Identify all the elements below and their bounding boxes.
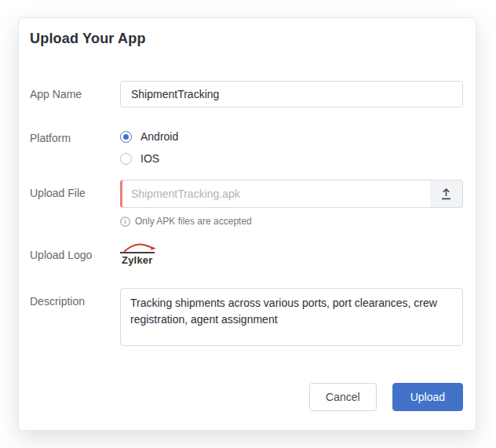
info-icon [120,217,130,227]
radio-label-android: Android [140,129,178,144]
upload-icon [439,188,453,201]
upload-file-helper: Only APK files are accepted [120,216,463,227]
radio-button-ios[interactable] [120,153,132,165]
upload-app-dialog: Upload Your App App Name Platform Androi… [18,17,476,431]
platform-option-ios[interactable]: IOS [120,151,463,166]
platform-option-android[interactable]: Android [120,129,463,144]
upload-button[interactable]: Upload [392,383,463,411]
browse-file-button[interactable] [430,180,462,207]
radio-label-ios: IOS [140,151,159,166]
upload-logo-row: Upload Logo Zylker [30,240,463,267]
radio-button-android[interactable] [120,131,132,143]
upload-file-placeholder: ShipmentTracking.apk [122,180,430,207]
upload-file-label: Upload File [30,180,120,200]
description-label: Description [30,288,120,308]
app-name-row: App Name [30,81,463,107]
upload-file-input[interactable]: ShipmentTracking.apk [120,180,463,208]
app-logo[interactable]: Zylker [120,240,156,267]
upload-logo-label: Upload Logo [30,240,120,262]
logo-text: Zylker [120,252,155,266]
logo-swoosh-icon [123,242,156,252]
upload-file-row: Upload File ShipmentTracking.apk [30,180,463,227]
app-name-input[interactable] [120,81,463,107]
platform-row: Platform Android IOS [30,129,463,166]
dialog-title: Upload Your App [30,30,463,47]
description-row: Description Tracking shipments across va… [30,288,463,346]
dialog-actions: Cancel Upload [30,383,463,411]
helper-text: Only APK files are accepted [135,216,252,227]
cancel-button[interactable]: Cancel [309,383,377,411]
app-name-label: App Name [30,81,120,101]
description-textarea[interactable]: Tracking shipments across various ports,… [120,288,463,346]
platform-label: Platform [30,129,120,145]
